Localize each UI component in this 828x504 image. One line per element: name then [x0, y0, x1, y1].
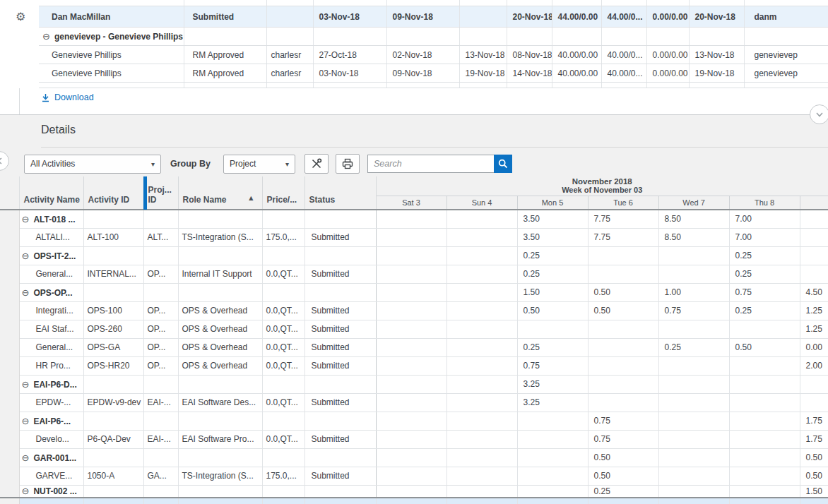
collapse-panel-button[interactable]	[0, 151, 9, 171]
grid-cell[interactable]	[304, 246, 376, 265]
day-cell[interactable]: 0.50	[517, 301, 588, 320]
grid-cell[interactable]: 0.0,QT...	[262, 393, 304, 412]
grid-cell[interactable]	[178, 283, 262, 301]
grid-cell[interactable]: 14-Nov-18	[507, 64, 552, 83]
column-header-activity-id[interactable]: Activity ID	[83, 176, 143, 210]
grid-cell[interactable]	[178, 448, 262, 467]
activity-group-row[interactable]: ⊖OPS-IT-2...0.250.25	[0, 246, 828, 265]
grid-cell[interactable]	[459, 0, 507, 6]
grid-cell[interactable]	[262, 448, 304, 467]
grid-cell[interactable]: P6-QA-Dev	[83, 430, 143, 448]
grid-cell[interactable]	[143, 210, 178, 228]
day-cell[interactable]	[658, 467, 729, 485]
grid-cell[interactable]: danm	[744, 6, 828, 28]
grid-cell[interactable]: OPS-GA	[83, 338, 143, 356]
group-name-cell[interactable]: ⊖NUT-002 ...	[19, 485, 83, 498]
grid-cell[interactable]	[143, 412, 178, 430]
grid-cell[interactable]	[262, 283, 304, 301]
column-header-project-id[interactable]: Proj... ID	[143, 176, 178, 210]
grid-cell[interactable]: Submitted	[304, 467, 376, 485]
grid-cell[interactable]: genevievep	[744, 46, 828, 64]
grid-cell[interactable]: 20-Nov-18	[689, 6, 744, 28]
grid-cell[interactable]: 0.0,QT...	[262, 265, 304, 283]
day-cell[interactable]	[658, 375, 729, 393]
day-cell[interactable]: 0.50	[588, 283, 658, 301]
grid-cell[interactable]	[304, 448, 376, 467]
day-cell[interactable]	[729, 412, 800, 430]
day-cell[interactable]	[446, 210, 517, 228]
grid-cell[interactable]	[178, 485, 262, 498]
activity-name-cell[interactable]: Develo...	[19, 430, 83, 448]
collapse-group-icon[interactable]: ⊖	[22, 416, 30, 426]
activity-row[interactable]: Develo...P6-QA-DevEAI-...EAI Software Pr…	[0, 430, 828, 448]
grid-cell[interactable]	[601, 28, 646, 46]
group-by-dropdown[interactable]: Project ▾	[223, 155, 295, 174]
grid-cell[interactable]: 0.0,QT...	[262, 430, 304, 448]
timesheet-row[interactable]: Genevieve PhillipsRM Approvedcharlesr27-…	[0, 46, 828, 64]
grid-cell[interactable]	[459, 83, 507, 88]
grid-cell[interactable]: 27-Oct-18	[313, 46, 386, 64]
activity-group-row[interactable]: ⊖ALT-018 ...3.507.758.507.00	[0, 210, 828, 228]
grid-cell[interactable]: Submitted	[304, 430, 376, 448]
day-cell[interactable]: 1.50	[800, 485, 828, 498]
grid-cell[interactable]: 175.0,...	[262, 228, 304, 246]
grid-cell[interactable]: 13-Nov-18	[459, 46, 507, 64]
grid-cell[interactable]: 20-Nov-18	[507, 0, 552, 6]
day-cell[interactable]: 1.00	[658, 283, 729, 301]
day-cell[interactable]	[658, 412, 729, 430]
grid-cell[interactable]	[19, 498, 83, 504]
grid-cell[interactable]	[83, 210, 143, 228]
day-cell[interactable]	[658, 265, 729, 283]
day-cell[interactable]	[729, 356, 800, 375]
day-cell[interactable]	[446, 375, 517, 393]
grid-cell[interactable]	[601, 83, 646, 88]
grid-cell[interactable]	[262, 412, 304, 430]
grid-cell[interactable]: INTERNAL...	[83, 265, 143, 283]
grid-cell[interactable]	[266, 6, 313, 28]
day-cell[interactable]: 0.25	[517, 246, 588, 265]
grid-cell[interactable]: EAI Software Des...	[178, 393, 262, 412]
timesheet-row[interactable]: Dan MacMillanSubmitted20-Oct-1826-Oct-18…	[0, 0, 828, 6]
grid-cell[interactable]	[266, 83, 313, 88]
grid-cell[interactable]	[83, 375, 143, 393]
grid-cell[interactable]: Internal IT Support	[178, 265, 262, 283]
day-cell[interactable]	[800, 228, 828, 246]
day-cell[interactable]	[729, 448, 800, 467]
grid-cell[interactable]	[689, 83, 744, 88]
day-cell[interactable]	[446, 283, 517, 301]
grid-cell[interactable]: 09-Nov-18	[386, 64, 459, 83]
day-cell[interactable]: 3.50	[517, 210, 588, 228]
grid-cell[interactable]: EAI-...	[143, 430, 178, 448]
grid-cell[interactable]: 0.0,QT...	[262, 338, 304, 356]
day-cell[interactable]	[800, 498, 828, 504]
grid-cell[interactable]: 46.75/0.00	[552, 0, 601, 6]
grid-cell[interactable]: Genevieve Phillips	[39, 46, 184, 64]
group-name-cell[interactable]: ⊖OPS-OP...	[19, 283, 83, 301]
grid-cell[interactable]: 03-Nov-18	[313, 64, 386, 83]
grid-cell[interactable]	[386, 28, 459, 46]
grid-cell[interactable]	[266, 28, 313, 46]
timesheet-row[interactable]	[0, 83, 828, 88]
day-cell[interactable]: 7.75	[588, 210, 658, 228]
grid-cell[interactable]: OPS-100	[83, 301, 143, 320]
grid-cell[interactable]: Dan MacMillan	[39, 0, 184, 6]
day-cell[interactable]: 0.00	[800, 338, 828, 356]
day-cell[interactable]	[376, 467, 446, 485]
grid-cell[interactable]	[304, 210, 376, 228]
grid-cell[interactable]: RM Approved	[184, 46, 266, 64]
day-cell[interactable]	[588, 320, 658, 338]
grid-cell[interactable]	[313, 83, 386, 88]
grid-cell[interactable]: danm	[744, 0, 828, 6]
grid-cell[interactable]: 03-Nov-18	[313, 6, 386, 28]
day-cell[interactable]	[376, 320, 446, 338]
day-cell[interactable]: 0.75	[588, 412, 658, 430]
day-cell[interactable]: 7.00	[729, 228, 800, 246]
activity-row[interactable]: EAI Staf...OPS-260OP...OPS & Overhead0.0…	[0, 320, 828, 338]
group-name-cell[interactable]: ⊖EAI-P6-...	[19, 412, 83, 430]
grid-cell[interactable]	[262, 485, 304, 498]
grid-cell[interactable]: EAI Software Pro...	[178, 430, 262, 448]
day-cell[interactable]	[376, 412, 446, 430]
resource-group-row[interactable]: ⊖genevievep - Genevieve Phillips	[0, 28, 828, 46]
grid-cell[interactable]: Submitted	[184, 0, 266, 6]
grid-cell[interactable]	[646, 28, 689, 46]
